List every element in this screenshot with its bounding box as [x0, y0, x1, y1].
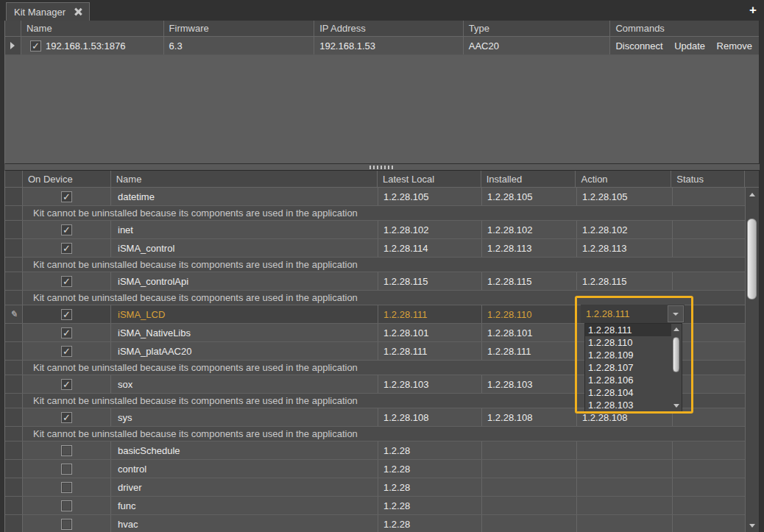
scroll-thumb[interactable] — [747, 219, 757, 299]
dropdown-scroll-thumb[interactable] — [673, 337, 679, 372]
col-header-commands[interactable]: Commands — [610, 21, 759, 36]
dropdown-option[interactable]: 1.2.28.104 — [585, 386, 671, 399]
col-header-latest-local[interactable]: Latest Local — [378, 171, 481, 187]
kit-warning-row: Kit cannot be uninstalled because its co… — [5, 427, 759, 441]
latest-local-cell: 1.2.28.115 — [378, 272, 482, 290]
dropdown-option[interactable]: 1.2.28.103 — [585, 399, 671, 411]
device-row[interactable]: ✓ 192.168.1.53:1876 6.3 192.168.1.53 AAC… — [5, 37, 759, 55]
status-cell — [673, 460, 746, 478]
on-device-checkbox[interactable] — [61, 519, 72, 530]
action-cell[interactable] — [577, 515, 673, 532]
scroll-up-icon[interactable] — [749, 193, 755, 196]
row-marker — [5, 427, 23, 441]
on-device-checkbox[interactable] — [61, 500, 72, 511]
action-version-combobox[interactable]: 1.2.28.111 — [581, 305, 685, 323]
action-cell[interactable]: 1.2.28.115 — [577, 272, 673, 290]
kit-row[interactable]: ✓ iSMA_control 1.2.28.114 1.2.28.113 1.2… — [5, 239, 759, 258]
status-cell — [673, 515, 746, 532]
kit-name-cell: driver — [111, 478, 378, 496]
kit-table-scrollbar[interactable] — [745, 188, 759, 532]
warning-text: Kit cannot be uninstalled because its co… — [23, 258, 746, 272]
tab-close-icon[interactable] — [74, 8, 82, 15]
on-device-checkbox[interactable]: ✓ — [61, 309, 72, 320]
dropdown-option[interactable]: 1.2.28.107 — [585, 361, 671, 374]
on-device-checkbox[interactable] — [61, 464, 72, 475]
installed-cell — [482, 441, 577, 459]
action-cell[interactable] — [577, 478, 673, 496]
on-device-checkbox[interactable] — [61, 482, 72, 493]
on-device-cell — [23, 478, 111, 496]
kit-row[interactable]: func 1.2.28 — [5, 497, 759, 515]
device-checkbox[interactable]: ✓ — [30, 40, 41, 52]
tab-kit-manager[interactable]: Kit Manager — [6, 2, 90, 21]
kit-name-cell: control — [111, 460, 378, 478]
on-device-checkbox[interactable]: ✓ — [61, 276, 72, 287]
col-header-action[interactable]: Action — [576, 171, 671, 187]
col-header-installed[interactable]: Installed — [481, 171, 576, 187]
kit-row[interactable]: hvac 1.2.28 — [5, 515, 759, 532]
action-cell[interactable] — [577, 497, 673, 514]
action-cell[interactable] — [577, 441, 673, 459]
kit-row[interactable]: ✓ iSMA_controlApi 1.2.28.115 1.2.28.115 … — [5, 272, 759, 291]
installed-cell — [482, 478, 577, 496]
action-cell[interactable] — [577, 460, 673, 478]
dropdown-option[interactable]: 1.2.28.106 — [585, 374, 671, 386]
selected-row-arrow-icon — [10, 42, 15, 49]
col-header-kit-name[interactable]: Name — [111, 171, 378, 187]
dropdown-scroll-down-icon[interactable] — [673, 404, 679, 408]
kit-row[interactable]: driver 1.2.28 — [5, 478, 759, 497]
kit-row[interactable]: basicSchedule 1.2.28 — [5, 441, 759, 460]
row-marker — [5, 394, 23, 408]
remove-button[interactable]: Remove — [717, 40, 752, 52]
update-button[interactable]: Update — [674, 40, 705, 52]
on-device-cell: ✓ — [23, 375, 111, 393]
on-device-checkbox[interactable]: ✓ — [61, 243, 72, 254]
kit-row[interactable]: control 1.2.28 — [5, 460, 759, 478]
col-header-status[interactable]: Status — [671, 171, 745, 187]
installed-cell — [482, 460, 577, 478]
row-marker — [5, 478, 23, 496]
on-device-checkbox[interactable]: ✓ — [61, 191, 72, 202]
on-device-cell: ✓ — [23, 324, 111, 341]
kit-row[interactable]: ✓ inet 1.2.28.102 1.2.28.102 1.2.28.102 — [5, 221, 759, 239]
action-cell[interactable]: 1.2.28.105 — [577, 188, 673, 205]
on-device-checkbox[interactable]: ✓ — [61, 412, 72, 423]
installed-cell: 1.2.28.108 — [482, 408, 577, 426]
kit-name-cell: iSMA_NativeLibs — [111, 324, 378, 341]
action-cell[interactable]: 1.2.28.102 — [577, 221, 673, 238]
add-tab-button[interactable]: + — [749, 3, 757, 18]
installed-cell: 1.2.28.102 — [482, 221, 577, 238]
on-device-checkbox[interactable]: ✓ — [61, 379, 72, 390]
device-marker-header — [5, 21, 21, 36]
kit-row[interactable]: ✓ datetime 1.2.28.105 1.2.28.105 1.2.28.… — [5, 188, 759, 206]
combobox-drop-button[interactable] — [668, 305, 684, 322]
dropdown-scrollbar[interactable] — [671, 324, 682, 411]
kit-name-cell: sys — [111, 408, 378, 426]
kit-warning-row: Kit cannot be uninstalled because its co… — [5, 258, 759, 272]
dropdown-option[interactable]: 1.2.28.109 — [585, 349, 671, 361]
on-device-checkbox[interactable]: ✓ — [61, 224, 72, 235]
col-header-type[interactable]: Type — [464, 21, 611, 36]
panel-splitter[interactable] — [4, 164, 760, 170]
on-device-checkbox[interactable]: ✓ — [61, 346, 72, 357]
col-header-ip-address[interactable]: IP Address — [314, 21, 464, 36]
latest-local-cell: 1.2.28.101 — [378, 324, 482, 341]
on-device-cell: ✓ — [23, 272, 111, 290]
latest-local-cell: 1.2.28.103 — [378, 375, 482, 393]
disconnect-button[interactable]: Disconnect — [615, 40, 662, 52]
col-header-on-device[interactable]: On Device — [23, 171, 111, 187]
dropdown-option[interactable]: 1.2.28.110 — [585, 336, 671, 349]
on-device-checkbox[interactable]: ✓ — [61, 327, 72, 338]
on-device-checkbox[interactable] — [61, 445, 72, 456]
kit-name-cell: iSMA_platAAC20 — [111, 342, 378, 360]
scroll-down-icon[interactable] — [749, 524, 755, 528]
kit-warning-row: Kit cannot be uninstalled because its co… — [5, 206, 759, 221]
action-cell[interactable]: 1.2.28.113 — [577, 239, 673, 257]
device-name-cell: ✓ 192.168.1.53:1876 — [21, 37, 164, 54]
dropdown-scroll-up-icon[interactable] — [673, 327, 679, 331]
device-type-cell: AAC20 — [464, 37, 611, 54]
dropdown-option[interactable]: 1.2.28.111 — [585, 324, 671, 336]
latest-local-cell: 1.2.28.102 — [378, 221, 482, 238]
col-header-firmware[interactable]: Firmware — [164, 21, 315, 36]
col-header-name[interactable]: Name — [21, 21, 164, 36]
